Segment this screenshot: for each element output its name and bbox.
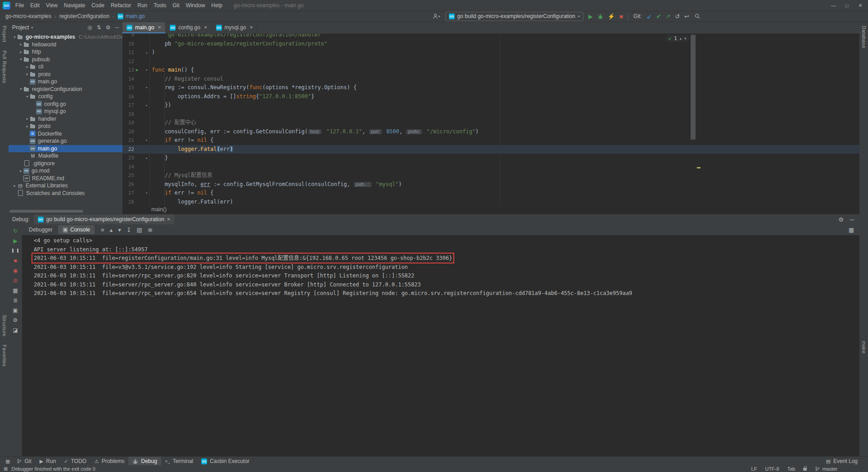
fold-close-icon[interactable]: ▴	[145, 101, 148, 110]
tree-item-dockerfile[interactable]: DDockerfile	[9, 130, 122, 138]
stripe-label-make[interactable]: make	[861, 341, 867, 354]
toolwindow-button-run[interactable]: ▶Run	[36, 457, 60, 466]
breadcrumb-item-go-micro-examples[interactable]: go-micro-examples	[5, 13, 51, 19]
fold-close-icon[interactable]: ▴	[145, 48, 148, 57]
tree-item-readme-md[interactable]: MDREADME.md	[9, 175, 122, 182]
line-ending-indicator[interactable]: LF	[751, 466, 757, 472]
history-icon[interactable]: ↺	[675, 14, 680, 19]
run-icon[interactable]: ▶	[588, 14, 593, 19]
tree-item-generate-go[interactable]: GOgenerate.go	[9, 137, 122, 145]
toolwindow-button-terminal[interactable]: >_Terminal	[161, 457, 197, 466]
code-line-10[interactable]: 10 pb "go-micro-examples/registerConfigu…	[122, 40, 859, 49]
menu-help[interactable]: Help	[208, 0, 226, 11]
editor-tab-mysql-go[interactable]: GOmysql.go✕	[212, 22, 258, 33]
soft-wrap-icon[interactable]: ≡	[99, 227, 107, 233]
tree-item-external-libraries[interactable]: ▸▤External Libraries	[9, 182, 122, 190]
menu-file[interactable]: File	[12, 0, 27, 11]
chevron-right-icon[interactable]: ▸	[12, 184, 17, 188]
toolwindow-button-casbin-executor[interactable]: GOCasbin Executor	[197, 457, 253, 466]
stop-icon[interactable]: ■	[619, 14, 623, 19]
menu-git[interactable]: Git	[169, 0, 182, 11]
toolwindow-button-event-log[interactable]: ▤Event Log	[822, 457, 862, 466]
expand-icon[interactable]: ⇅	[97, 24, 101, 31]
lock-icon[interactable]	[803, 468, 807, 471]
tree-item-mysql-go[interactable]: GOmysql.go	[9, 108, 122, 115]
status-icon[interactable]: ▦	[4, 466, 8, 471]
minimize-icon[interactable]: —	[827, 0, 840, 11]
tree-item-makefile[interactable]: MMakefile	[9, 152, 122, 160]
fold-open-icon[interactable]: ▾	[145, 66, 148, 75]
profiler-icon[interactable]: ⚡	[608, 14, 615, 19]
stripe-label-project[interactable]: Project	[2, 26, 7, 42]
menu-edit[interactable]: Edit	[27, 0, 43, 11]
clear-icon[interactable]: ⊗	[145, 227, 155, 233]
tree-item-proto[interactable]: ▸proto	[9, 71, 122, 78]
layout-settings-icon[interactable]: ▦	[849, 227, 854, 233]
rerun-icon[interactable]: ↻	[13, 228, 18, 234]
tree-item-scratches-and-consoles[interactable]: Scratches and Consoles	[9, 190, 122, 197]
indent-indicator[interactable]: Tab	[787, 466, 796, 472]
pause-icon[interactable]	[12, 248, 18, 254]
locate-icon[interactable]: ◎	[87, 24, 92, 31]
editor-tab-config-go[interactable]: GOconfig.go✕	[166, 22, 212, 33]
project-title[interactable]: Project	[12, 24, 29, 31]
tree-item-registerconfiguration[interactable]: ▾registerConfiguration	[9, 86, 122, 93]
chevron-down-icon[interactable]: ▾	[18, 87, 23, 91]
chevron-right-icon[interactable]: ▸	[18, 50, 23, 54]
breadcrumb-item-main-go[interactable]: GOmain.go	[118, 13, 145, 19]
prev-issue-icon[interactable]: ▲	[680, 37, 682, 41]
code-with-me-button[interactable]: ▾	[432, 13, 440, 19]
warning-stripe-mark[interactable]	[697, 167, 701, 168]
encoding-indicator[interactable]: UTF-8	[765, 466, 779, 472]
push-icon[interactable]: ↗	[665, 14, 670, 19]
menu-refactor[interactable]: Refactor	[108, 0, 134, 11]
resume-icon[interactable]: ▶	[13, 238, 17, 244]
tree-item-main-go[interactable]: GOmain.go	[9, 145, 122, 153]
commit-icon[interactable]: ✔	[656, 14, 661, 19]
mute-breakpoints-icon[interactable]: ⊘	[13, 277, 18, 283]
code-line-25[interactable]: 25 // Mysql配置信息	[122, 171, 859, 180]
down-stack-icon[interactable]: ▾	[116, 227, 123, 233]
editor-scrollbar[interactable]	[691, 35, 696, 140]
thread-dump-icon[interactable]: ≣	[13, 297, 18, 303]
stripe-label-pull-requests[interactable]: Pull Requests	[2, 50, 7, 83]
code-line-17[interactable]: 17▴ })	[122, 101, 859, 110]
code-line-11[interactable]: 11▴)	[122, 48, 859, 57]
fold-open-icon[interactable]: ▾	[145, 189, 148, 198]
chevron-right-icon[interactable]: ▸	[18, 42, 23, 46]
code-line-13[interactable]: 13▶▾func main() {	[122, 66, 859, 75]
hide-icon[interactable]: ─	[115, 24, 119, 31]
tree-item-http[interactable]: ▸http	[9, 48, 122, 56]
code-line-19[interactable]: 19 // 配置中心	[122, 118, 859, 127]
tree-item-gitignore[interactable]: .gitignore	[9, 160, 122, 168]
chevron-right-icon[interactable]: ▸	[25, 117, 30, 121]
pin-icon[interactable]: ◪	[13, 327, 18, 333]
code-line-24[interactable]: 24	[122, 163, 859, 172]
tree-item-main-go[interactable]: GOmain.go	[9, 78, 122, 86]
settings-icon[interactable]: ⚙	[106, 24, 111, 31]
chevron-down-icon[interactable]: ▾	[12, 35, 17, 39]
menu-window[interactable]: Window	[183, 0, 208, 11]
console-output[interactable]: <4 go setup calls>API server listening a…	[22, 235, 859, 456]
menu-tools[interactable]: Tools	[150, 0, 169, 11]
code-line-27[interactable]: 27▾ if err != nil {	[122, 189, 859, 198]
run-line-icon[interactable]: ▶	[136, 66, 138, 75]
tree-item-helloworld[interactable]: ▸helloworld	[9, 41, 122, 49]
tree-item-go-micro-examples[interactable]: ▾go-micro-examplesC:\Users\Alftred\Deskt…	[9, 33, 122, 41]
chevron-right-icon[interactable]: ▸	[25, 72, 30, 76]
stop-icon[interactable]: ■	[14, 258, 17, 263]
toolwindow-button-problems[interactable]: ⚠Problems	[90, 457, 129, 466]
stripe-label-database[interactable]: Database	[861, 26, 867, 48]
tree-item-proto[interactable]: ▸proto	[9, 123, 122, 130]
inspections-widget[interactable]: ✔ 1 ▲ ▼	[665, 35, 690, 42]
debug-session-tab[interactable]: GO go build go-micro-examples/registerCo…	[34, 214, 175, 224]
code-line-26[interactable]: 26 mysqlInfo, err := config.GetMysqlFrom…	[122, 180, 859, 189]
menu-code[interactable]: Code	[88, 0, 108, 11]
code-editor[interactable]: 9 "go-micro-examples/registerConfigurati…	[122, 34, 859, 205]
camera-icon[interactable]: ▣	[13, 307, 18, 313]
fold-open-icon[interactable]: ▾	[145, 136, 148, 145]
scroll-end-icon[interactable]: ↧	[124, 227, 134, 233]
toolwindow-button-git[interactable]: Git	[13, 457, 35, 466]
rollback-icon[interactable]: ↩	[684, 14, 689, 19]
code-line-23[interactable]: 23▴ }	[122, 154, 859, 163]
